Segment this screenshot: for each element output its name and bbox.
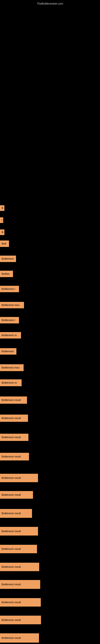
bottleneck-result-item[interactable]: Bottleneck result xyxy=(0,527,38,536)
bottleneck-result-item[interactable]: Bottleneck xyxy=(0,256,16,262)
bottleneck-result-item[interactable]: Bottleneck result xyxy=(0,414,28,422)
bottleneck-result-item[interactable]: Bottleneck r xyxy=(0,317,19,324)
bottleneck-result-item[interactable]: Bottleneck result xyxy=(0,396,27,404)
bottleneck-result-item[interactable]: Bottleneck result xyxy=(0,616,41,624)
bottleneck-result-item[interactable]: Bottleneck result xyxy=(0,545,37,553)
bottleneck-result-item[interactable]: Bottleneck result xyxy=(0,474,38,482)
bottleneck-result-item[interactable]: Bottleneck resu xyxy=(0,364,24,371)
bottleneck-result-item[interactable]: Bottleneck result xyxy=(0,491,33,499)
bottleneck-result-item[interactable]: Bott xyxy=(0,240,9,247)
bottleneck-result-item[interactable]: Bottleneck re xyxy=(0,332,21,338)
bottleneck-result-item[interactable]: Bottleneck resu xyxy=(0,302,24,308)
bottleneck-result-item[interactable]: [ xyxy=(0,217,3,223)
bottleneck-result-item[interactable]: Bottleneck result xyxy=(0,509,32,518)
bottleneck-result-item[interactable]: Bottleneck xyxy=(0,348,16,354)
bottleneck-result-item[interactable]: Bottlen xyxy=(0,271,13,277)
bottleneck-result-item[interactable]: Bottleneck r xyxy=(0,286,19,292)
bottleneck-result-item[interactable]: Bottleneck re xyxy=(0,379,22,386)
bottleneck-result-item[interactable]: Bottleneck result xyxy=(0,434,28,441)
bottleneck-result-item[interactable]: Bottleneck result xyxy=(0,633,39,642)
bottleneck-result-item[interactable]: B xyxy=(0,205,4,211)
bottleneck-result-item[interactable]: Bottleneck result xyxy=(0,453,29,460)
bottleneck-result-item[interactable]: Bottleneck result xyxy=(0,580,40,589)
bottleneck-result-item[interactable]: Bottleneck result xyxy=(0,598,41,606)
site-title: TheBottlenecker.com xyxy=(0,0,100,7)
bottleneck-result-item[interactable]: Bottleneck result xyxy=(0,563,39,571)
bottleneck-result-item[interactable]: B xyxy=(0,230,4,235)
